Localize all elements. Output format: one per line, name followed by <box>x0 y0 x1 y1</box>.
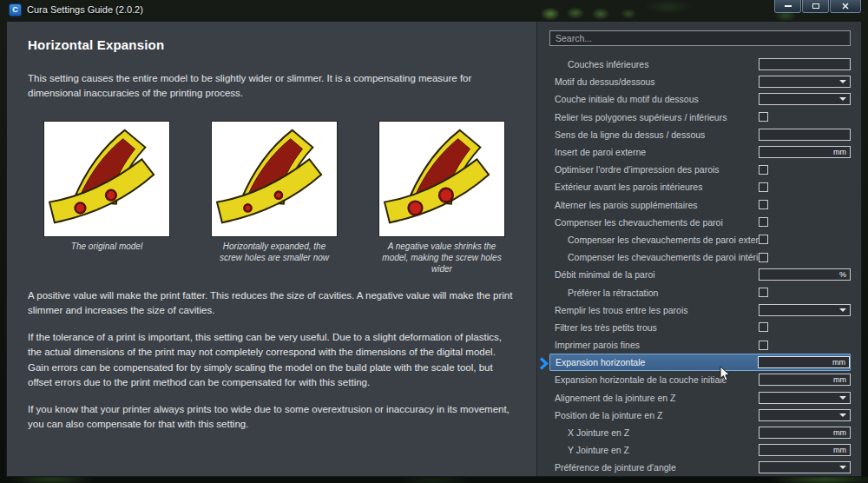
unit-label: mm <box>833 148 846 156</box>
setting-row[interactable]: Remplir les trous entre les parois <box>549 301 851 319</box>
maximize-button[interactable] <box>802 0 829 13</box>
setting-input[interactable]: % <box>759 268 851 281</box>
setting-row[interactable]: Position de la jointure en Z <box>549 407 851 424</box>
setting-row[interactable]: Compenser les chevauchements de paroi <box>549 214 851 231</box>
setting-label: Compenser les chevauchements de paroi in… <box>549 252 759 262</box>
article-panel: Horizontal Expansion This setting causes… <box>7 22 536 476</box>
setting-row[interactable]: Couches inférieures <box>549 56 851 73</box>
figure-image <box>43 121 170 237</box>
setting-row[interactable]: Optimiser l'ordre d'impression des paroi… <box>549 161 851 178</box>
setting-control-cell <box>759 341 851 350</box>
setting-input[interactable]: mm <box>759 444 851 456</box>
selected-setting-arrow-icon <box>539 357 549 370</box>
setting-row[interactable]: Expansion horizontale de la couche initi… <box>549 371 851 388</box>
setting-row[interactable]: X Jointure en Zmm <box>549 424 851 441</box>
setting-control-cell <box>759 58 851 70</box>
titlebar[interactable]: C Cura Settings Guide (2.0.2) <box>0 0 868 22</box>
setting-checkbox[interactable] <box>759 253 768 262</box>
setting-row[interactable]: Y Jointure en Zmm <box>549 441 851 459</box>
setting-checkbox[interactable] <box>759 217 768 227</box>
setting-row[interactable]: Motif du dessus/dessous <box>549 73 851 90</box>
setting-input[interactable] <box>759 129 851 141</box>
setting-row[interactable]: Alterner les parois supplémentaires <box>549 196 851 214</box>
window-controls <box>773 0 861 13</box>
setting-label: Préférence de jointure d'angle <box>549 462 759 473</box>
figure: Horizontally expanded, the screw holes a… <box>211 121 338 275</box>
setting-row[interactable]: Extérieur avant les parois intérieures <box>549 178 851 195</box>
unit-label: mm <box>833 428 846 437</box>
setting-label: Couches inférieures <box>549 59 759 69</box>
window-title: Cura Settings Guide (2.0.2) <box>27 3 143 15</box>
settings-list: Couches inférieuresMotif du dessus/desso… <box>549 56 851 476</box>
setting-input[interactable]: mm <box>759 427 851 439</box>
setting-dropdown[interactable] <box>759 461 851 473</box>
setting-row[interactable]: Préférence de jointure d'angle <box>549 459 851 476</box>
setting-row[interactable]: Compenser les chevauchements de paroi in… <box>549 248 851 266</box>
chevron-down-icon <box>839 414 846 417</box>
figure: A negative value shrinks the model, maki… <box>378 121 505 275</box>
setting-control-cell <box>759 409 851 421</box>
setting-row[interactable]: Expansion horizontalemm <box>549 354 851 371</box>
setting-label: Y Jointure en Z <box>549 445 759 455</box>
setting-dropdown[interactable] <box>759 409 851 421</box>
figure-row: The original modelHorizontally expanded,… <box>28 121 517 275</box>
figure-caption: A negative value shrinks the model, maki… <box>378 241 505 275</box>
setting-row[interactable]: Relier les polygones supérieurs / inféri… <box>549 109 851 126</box>
minimize-button[interactable] <box>774 0 801 13</box>
maximize-icon <box>812 3 819 9</box>
setting-checkbox[interactable] <box>759 165 768 175</box>
setting-row[interactable]: Alignement de la jointure en Z <box>549 389 851 407</box>
setting-control-cell <box>759 165 851 175</box>
figure-image <box>211 121 338 237</box>
setting-checkbox[interactable] <box>759 341 768 350</box>
setting-dropdown[interactable] <box>759 93 851 105</box>
setting-input[interactable]: mm <box>758 356 850 368</box>
setting-checkbox[interactable] <box>759 288 768 297</box>
setting-checkbox[interactable] <box>759 112 768 122</box>
unit-label: mm <box>833 446 846 454</box>
setting-input[interactable] <box>759 58 851 70</box>
setting-row[interactable]: Sens de la ligne du dessus / dessous <box>549 126 851 143</box>
setting-row[interactable]: Filtrer les très petits trous <box>549 319 851 336</box>
setting-input[interactable]: mm <box>759 146 851 158</box>
setting-row[interactable]: Imprimer parois fines <box>549 336 851 354</box>
setting-control-cell <box>759 93 851 105</box>
chevron-down-icon <box>839 396 846 400</box>
minimize-icon <box>785 5 792 7</box>
unit-label: % <box>839 270 846 279</box>
setting-control-cell <box>759 129 851 141</box>
close-icon <box>842 3 849 10</box>
paragraph: If the tolerance of a print is important… <box>28 330 517 390</box>
setting-checkbox[interactable] <box>759 200 768 209</box>
setting-label: Compenser les chevauchements de paroi ex… <box>549 235 759 245</box>
model-illustration <box>212 122 337 236</box>
setting-row[interactable]: Débit minimal de la paroi% <box>549 266 851 283</box>
setting-row[interactable]: Couche initiale du motif du dessous <box>549 90 851 108</box>
setting-control-cell: mm <box>759 444 851 456</box>
setting-checkbox[interactable] <box>759 322 768 332</box>
setting-label: Imprimer parois fines <box>549 340 759 350</box>
setting-label: Relier les polygones supérieurs / inféri… <box>549 112 759 122</box>
setting-input[interactable]: mm <box>759 374 851 386</box>
setting-checkbox[interactable] <box>759 182 768 192</box>
search-input[interactable] <box>549 30 851 46</box>
setting-dropdown[interactable] <box>759 304 851 316</box>
setting-label: Préférer la rétractation <box>549 288 759 298</box>
chevron-down-icon <box>839 80 846 83</box>
setting-row[interactable]: Compenser les chevauchements de paroi ex… <box>549 231 851 248</box>
close-button[interactable] <box>830 0 861 13</box>
setting-checkbox[interactable] <box>759 235 768 244</box>
setting-control-cell <box>759 304 851 316</box>
setting-label: Remplir les trous entre les parois <box>549 305 759 315</box>
setting-control-cell <box>759 112 851 122</box>
setting-row[interactable]: Préférer la rétractation <box>549 283 851 301</box>
chevron-down-icon <box>839 308 846 312</box>
model-illustration <box>379 122 504 236</box>
setting-label: Débit minimal de la paroi <box>549 269 759 280</box>
setting-dropdown[interactable] <box>759 392 851 404</box>
setting-label: Compenser les chevauchements de paroi <box>549 217 759 228</box>
setting-row[interactable]: Insert de paroi externemm <box>549 143 851 161</box>
cura-logo-icon: C <box>9 3 22 17</box>
setting-dropdown[interactable] <box>759 76 851 88</box>
setting-control-cell <box>759 200 851 209</box>
